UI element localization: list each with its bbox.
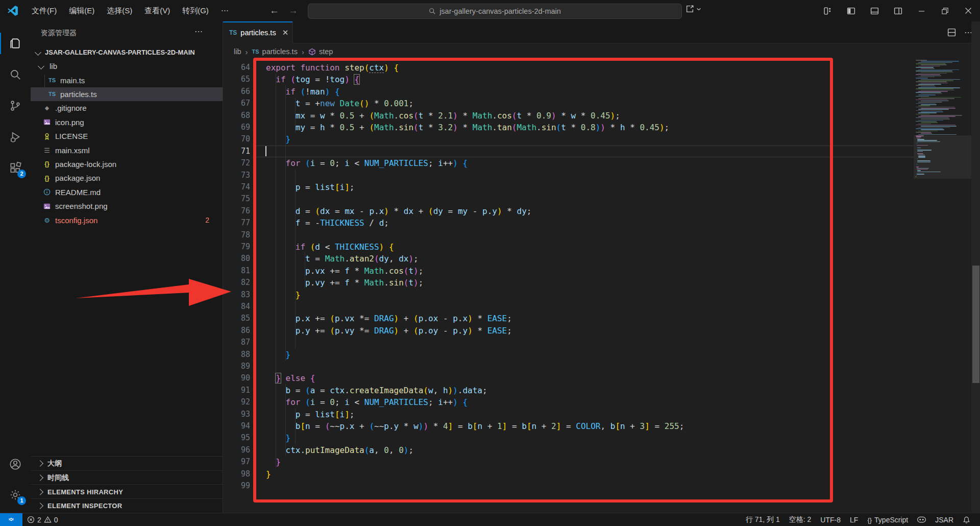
minimap-line xyxy=(916,63,946,64)
menu-item-e[interactable]: 编辑(E) xyxy=(63,4,101,18)
menu-item-s[interactable]: 选择(S) xyxy=(101,4,138,18)
problems-button[interactable]: 2 0 xyxy=(22,513,63,526)
tree-item--gitignore[interactable]: ◆.gitignore xyxy=(31,101,223,115)
status-cursor-position[interactable]: 行 71, 列 1 xyxy=(741,513,785,526)
line-number: 81 xyxy=(223,265,250,277)
status-notifications[interactable] xyxy=(958,513,975,526)
remote-indicator-button[interactable] xyxy=(0,513,22,526)
line-number: 96 xyxy=(223,444,250,456)
file-label: README.md xyxy=(55,188,101,197)
status-language[interactable]: {}TypeScript xyxy=(863,513,913,526)
line-number: 89 xyxy=(223,361,250,372)
status-encoding[interactable]: UTF-8 xyxy=(816,513,845,526)
panel--[interactable]: 大纲 xyxy=(31,456,223,471)
breadcrumb-symbol[interactable]: step xyxy=(319,47,333,56)
scrollbar-thumb[interactable] xyxy=(972,266,979,383)
tree-item-package-json[interactable]: {}package.json xyxy=(31,171,223,185)
vscode-window: 文件(F)编辑(E)选择(S)查看(V)转到(G)⋯ ← → jsar-gall… xyxy=(0,0,980,526)
tree-item-screenshot-png[interactable]: screenshot.png xyxy=(31,199,223,213)
minimap-line xyxy=(918,102,942,103)
explorer-more-actions-icon[interactable]: ⋯ xyxy=(194,27,203,36)
status-indentation[interactable]: 空格: 2 xyxy=(785,513,816,526)
status-label: JSAR xyxy=(935,516,953,524)
panel-label: 大纲 xyxy=(47,459,62,468)
activity-source-control[interactable] xyxy=(0,91,31,121)
minimap-line xyxy=(918,62,952,63)
activity-bar: 21 xyxy=(0,21,31,513)
minimap-line xyxy=(916,114,930,115)
extensions-badge: 2 xyxy=(17,170,26,178)
minimap-line xyxy=(918,131,938,132)
tab-close-icon[interactable]: ✕ xyxy=(282,28,289,37)
line-number: 99 xyxy=(223,480,250,492)
minimap-line xyxy=(918,87,960,88)
status-jsar[interactable]: JSAR xyxy=(930,513,958,526)
close-icon[interactable] xyxy=(957,0,980,21)
command-center-search[interactable]: jsar-gallery-canvas-particles-2d-main xyxy=(308,4,682,19)
image-file-icon xyxy=(42,117,52,127)
nav-forward-icon[interactable]: → xyxy=(288,5,298,16)
tab-particles-ts[interactable]: TS particles.ts ✕ xyxy=(223,21,293,43)
activity-run-debug[interactable] xyxy=(0,122,31,152)
tree-item-license[interactable]: LICENSE xyxy=(31,129,223,143)
editor-scrollbar[interactable] xyxy=(971,21,980,513)
toggle-secondary-sidebar-icon[interactable] xyxy=(886,0,910,21)
file-label: tsconfig.json xyxy=(55,216,97,225)
tree-item-readme-md[interactable]: README.md xyxy=(31,185,223,199)
minimap[interactable] xyxy=(914,60,971,513)
minimap-line xyxy=(921,115,962,116)
breadcrumb-file[interactable]: particles.ts xyxy=(262,47,298,56)
panel-label: 时间线 xyxy=(47,473,69,483)
activity-search[interactable] xyxy=(0,60,31,89)
tree-item-package-lock-json[interactable]: {}package-lock.json xyxy=(31,157,223,171)
status-copilot[interactable] xyxy=(913,513,930,526)
workspace-root-header[interactable]: JSAR-GALLERY-CANVAS-PARTICLES-2D-MAIN xyxy=(31,45,223,59)
split-editor-icon[interactable] xyxy=(947,28,956,37)
image-file-icon xyxy=(42,202,52,211)
layout-control-button[interactable] xyxy=(685,5,701,13)
restore-icon[interactable] xyxy=(933,0,957,21)
window-controls xyxy=(816,0,980,21)
customize-layout-icon[interactable] xyxy=(816,0,839,21)
tree-item-main-ts[interactable]: TSmain.ts xyxy=(31,73,223,87)
minimap-line xyxy=(921,79,960,80)
file-label: particles.ts xyxy=(60,90,97,99)
toggle-panel-icon[interactable] xyxy=(863,0,886,21)
activity-settings[interactable]: 1 xyxy=(0,480,31,510)
panel--[interactable]: 时间线 xyxy=(31,470,223,485)
menu-item-v[interactable]: 查看(V) xyxy=(138,4,176,18)
minimap-line xyxy=(916,100,948,101)
tree-item-icon-png[interactable]: icon.png xyxy=(31,115,223,129)
chevron-down-icon xyxy=(35,49,41,56)
line-number: 74 xyxy=(223,181,250,193)
status-label: 空格: 2 xyxy=(789,515,812,524)
tree-item-main-xsml[interactable]: ☰main.xsml xyxy=(31,143,223,157)
menu-item-[interactable]: ⋯ xyxy=(215,4,235,18)
braces-icon: {} xyxy=(867,516,872,524)
breadcrumb-folder[interactable]: lib xyxy=(234,47,241,56)
minimap-line xyxy=(916,70,952,71)
line-number: 78 xyxy=(223,229,250,241)
toggle-primary-sidebar-icon[interactable] xyxy=(839,0,863,21)
menu-item-g[interactable]: 转到(G) xyxy=(176,4,215,18)
activity-extensions[interactable]: 2 xyxy=(0,153,31,183)
minimap-line xyxy=(916,85,935,86)
nav-back-icon[interactable]: ← xyxy=(270,5,279,16)
minimap-line xyxy=(918,112,937,113)
minimap-line xyxy=(918,124,931,125)
chevron-right-icon xyxy=(37,489,43,495)
tree-item-tsconfig-json[interactable]: ⚙tsconfig.json2 xyxy=(31,213,223,227)
tree-item-particles-ts[interactable]: TSparticles.ts xyxy=(31,87,223,101)
activity-explorer[interactable] xyxy=(0,29,31,58)
status-eol[interactable]: LF xyxy=(845,513,863,526)
minimap-line xyxy=(916,88,953,89)
activity-account[interactable] xyxy=(0,449,31,479)
minimap-line xyxy=(921,129,944,130)
minimize-icon[interactable] xyxy=(910,0,933,21)
xsml-file-icon: ☰ xyxy=(42,146,52,155)
panel-element-inspector[interactable]: ELEMENT INSPECTOR xyxy=(31,498,223,513)
tree-item-lib[interactable]: lib xyxy=(31,59,223,73)
menu-item-f[interactable]: 文件(F) xyxy=(26,4,63,18)
panel-elements-hirarchy[interactable]: ELEMENTS HIRARCHY xyxy=(31,484,223,499)
minimap-line xyxy=(916,117,949,118)
